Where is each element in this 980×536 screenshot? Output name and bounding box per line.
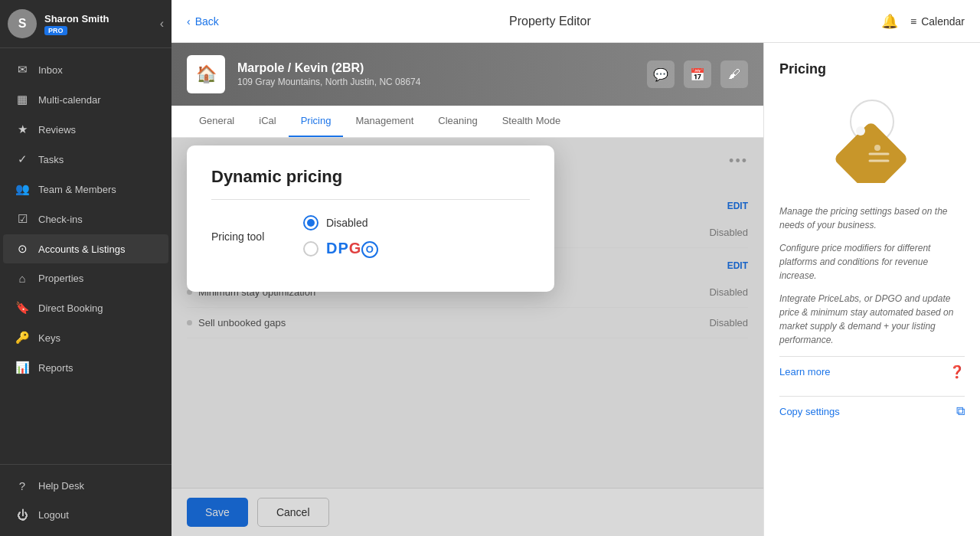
topbar: ‹ Back Property Editor 🔔 ≡ Calendar bbox=[172, 0, 980, 43]
sidebar-item-reports[interactable]: 📊 Reports bbox=[3, 353, 168, 382]
sidebar-item-tasks[interactable]: ✓ Tasks bbox=[3, 145, 168, 174]
sidebar-header: S Sharon Smith PRO ‹ bbox=[0, 0, 172, 48]
help-circle-icon: ❓ bbox=[949, 364, 965, 379]
sidebar: S Sharon Smith PRO ‹ ✉ Inbox ▦ Multi-cal… bbox=[0, 0, 172, 536]
pricing-tool-label: Pricing tool bbox=[211, 230, 288, 243]
sidebar-item-team-members[interactable]: 👥 Team & Members bbox=[3, 175, 168, 204]
copy-icon: ⧉ bbox=[956, 404, 965, 418]
property-address: 109 Gray Mountains, North Justin, NC 086… bbox=[237, 77, 635, 87]
pricing-icon-container bbox=[779, 87, 965, 195]
dynamic-pricing-modal: Dynamic pricing Pricing tool Disabled bbox=[187, 145, 554, 292]
message-button[interactable]: 💬 bbox=[647, 60, 675, 88]
learn-more-link[interactable]: Learn more ❓ bbox=[779, 356, 965, 387]
property-header: 🏠 Marpole / Kevin (2BR) 109 Gray Mountai… bbox=[172, 43, 763, 106]
reports-icon: 📊 bbox=[15, 361, 29, 374]
back-label: Back bbox=[195, 15, 219, 28]
calendar-property-button[interactable]: 📅 bbox=[684, 60, 711, 88]
tabs: General iCal Pricing Management Cleaning… bbox=[172, 106, 763, 138]
price-tag-icon bbox=[830, 99, 914, 183]
copy-settings-link[interactable]: Copy settings ⧉ bbox=[779, 396, 965, 426]
radio-inner bbox=[307, 219, 315, 227]
user-info: Sharon Smith PRO bbox=[44, 13, 109, 35]
radio-options: Disabled DPGO bbox=[303, 215, 378, 258]
modal-overlay: Dynamic pricing Pricing tool Disabled bbox=[172, 138, 763, 536]
main-content: ‹ Back Property Editor 🔔 ≡ Calendar 🏠 Ma… bbox=[172, 0, 980, 536]
help-icon: ? bbox=[15, 479, 29, 492]
content-area: 🏠 Marpole / Kevin (2BR) 109 Gray Mountai… bbox=[172, 43, 980, 536]
learn-more-label: Learn more bbox=[779, 366, 830, 377]
sidebar-item-label: Help Desk bbox=[38, 480, 84, 492]
calendar-nav-icon: ≡ bbox=[910, 15, 916, 28]
property-icon: 🏠 bbox=[187, 55, 225, 93]
star-icon: ★ bbox=[15, 123, 29, 136]
page-title: Property Editor bbox=[231, 15, 869, 28]
tab-ical[interactable]: iCal bbox=[247, 106, 288, 137]
sidebar-item-direct-booking[interactable]: 🔖 Direct Booking bbox=[3, 293, 168, 322]
sidebar-item-label: Reports bbox=[38, 362, 74, 374]
svg-point-2 bbox=[856, 126, 865, 136]
right-desc-3: Integrate PriceLabs, or DPGO and update … bbox=[779, 292, 965, 347]
property-actions: 💬 📅 🖌 bbox=[647, 60, 748, 88]
sidebar-item-help-desk[interactable]: ? Help Desk bbox=[3, 472, 168, 500]
svg-point-5 bbox=[874, 145, 880, 151]
right-panel-title: Pricing bbox=[779, 61, 965, 77]
right-desc-2: Configure price modifiers for different … bbox=[779, 241, 965, 283]
home-icon: ⌂ bbox=[15, 272, 29, 285]
pricing-tool-row: Pricing tool Disabled bbox=[211, 215, 530, 258]
radio-option-disabled[interactable]: Disabled bbox=[303, 215, 378, 230]
right-sidebar: Pricing Manage the pricing settings bbox=[763, 43, 980, 536]
chevron-left-icon: ‹ bbox=[187, 15, 191, 28]
tab-pricing[interactable]: Pricing bbox=[289, 106, 344, 137]
sidebar-bottom: ? Help Desk ⏻ Logout bbox=[0, 464, 172, 536]
tab-management[interactable]: Management bbox=[343, 106, 426, 137]
tab-general[interactable]: General bbox=[187, 106, 247, 137]
sidebar-item-logout[interactable]: ⏻ Logout bbox=[3, 501, 168, 529]
inbox-icon: ✉ bbox=[15, 63, 29, 77]
user-name: Sharon Smith bbox=[44, 13, 109, 25]
sidebar-item-properties[interactable]: ⌂ Properties bbox=[3, 264, 168, 293]
sidebar-item-label: Properties bbox=[38, 273, 83, 284]
sidebar-item-label: Multi-calendar bbox=[38, 94, 101, 106]
topbar-actions: 🔔 ≡ Calendar bbox=[881, 13, 965, 30]
back-button[interactable]: ‹ Back bbox=[187, 15, 219, 28]
calendar-icon: ▦ bbox=[15, 93, 29, 106]
sidebar-item-label: Logout bbox=[38, 509, 69, 521]
collapse-button[interactable]: ‹ bbox=[160, 17, 164, 31]
sidebar-item-multi-calendar[interactable]: ▦ Multi-calendar bbox=[3, 85, 168, 114]
checkin-icon: ☑ bbox=[15, 212, 29, 226]
sidebar-item-check-ins[interactable]: ☑ Check-ins bbox=[3, 204, 168, 234]
settings-button[interactable]: 🖌 bbox=[720, 60, 748, 88]
tab-cleaning[interactable]: Cleaning bbox=[426, 106, 489, 137]
sidebar-item-label: Team & Members bbox=[38, 184, 116, 195]
sidebar-item-accounts-listings[interactable]: ⊙ Accounts & Listings bbox=[3, 234, 168, 263]
sidebar-item-label: Inbox bbox=[38, 64, 63, 76]
radio-option-dpgo[interactable]: DPGO bbox=[303, 240, 378, 258]
property-name: Marpole / Kevin (2BR) bbox=[237, 61, 635, 75]
sidebar-item-label: Direct Booking bbox=[38, 302, 103, 314]
avatar: S bbox=[8, 9, 37, 38]
sidebar-item-label: Reviews bbox=[38, 124, 76, 136]
property-info: Marpole / Kevin (2BR) 109 Gray Mountains… bbox=[237, 61, 635, 87]
copy-settings-label: Copy settings bbox=[779, 406, 840, 417]
radio-circle-disabled bbox=[303, 215, 318, 230]
keys-icon: 🔑 bbox=[15, 331, 29, 345]
sidebar-item-reviews[interactable]: ★ Reviews bbox=[3, 115, 168, 144]
dpgo-logo: DPGO bbox=[326, 240, 378, 258]
svg-rect-1 bbox=[833, 121, 909, 183]
tab-stealth-mode[interactable]: Stealth Mode bbox=[490, 106, 573, 137]
team-icon: 👥 bbox=[15, 182, 29, 196]
accounts-icon: ⊙ bbox=[15, 242, 29, 256]
editor-panel: 🏠 Marpole / Kevin (2BR) 109 Gray Mountai… bbox=[172, 43, 763, 536]
bell-icon[interactable]: 🔔 bbox=[881, 13, 898, 30]
sidebar-item-label: Check-ins bbox=[38, 214, 83, 225]
sidebar-item-keys[interactable]: 🔑 Keys bbox=[3, 323, 168, 352]
calendar-button[interactable]: ≡ Calendar bbox=[910, 15, 965, 28]
sidebar-item-label: Accounts & Listings bbox=[38, 243, 125, 255]
radio-circle-dpgo bbox=[303, 241, 318, 257]
calendar-label: Calendar bbox=[921, 15, 965, 28]
right-desc-1: Manage the pricing settings based on the… bbox=[779, 204, 965, 232]
radio-label-disabled: Disabled bbox=[326, 217, 368, 229]
pro-badge: PRO bbox=[44, 26, 67, 35]
sidebar-item-inbox[interactable]: ✉ Inbox bbox=[3, 55, 168, 84]
sidebar-item-label: Tasks bbox=[38, 154, 64, 165]
